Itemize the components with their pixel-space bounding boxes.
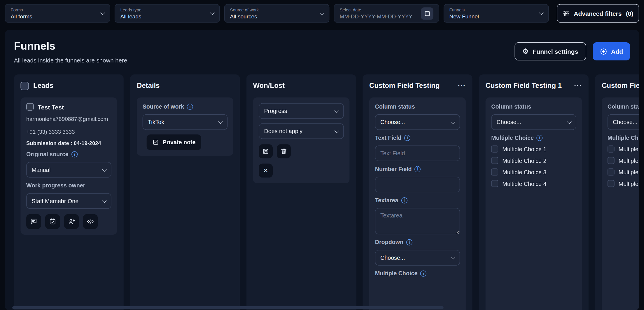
custom-fields-card: Column status Choose... Multiple Choice … [602,97,639,310]
gear-icon: ⚙ [522,48,528,55]
progress-select[interactable]: Progress [259,103,344,119]
original-source-label: Original source i [26,151,111,158]
advanced-filters-button[interactable]: Advanced filters (0) [557,4,639,22]
option-label: Multiple Choice 1 [619,146,639,152]
multiple-choice-option: Multiple Choice 3 [608,168,639,175]
comment-button[interactable] [26,214,41,229]
option-checkbox[interactable] [491,180,498,187]
number-field-input[interactable] [375,177,460,193]
lead-phone: +91 (33) 3333 3333 [26,128,111,136]
column-status-label: Column status [608,103,639,110]
option-checkbox[interactable] [491,146,498,153]
info-icon: i [420,270,426,276]
lead-name: Test Test [38,103,64,110]
assign-user-button[interactable] [64,214,79,229]
work-owner-select[interactable]: Staff Memebr One [26,193,111,209]
column-status-select[interactable]: Choose... [491,114,576,130]
date-range-filter[interactable]: Select date MM-DD-YYYY-MM-DD-YYYY [334,4,439,22]
advanced-filters-label: Advanced filters [574,10,622,17]
text-field-input[interactable] [375,146,460,161]
result-select[interactable]: Does not apply [259,123,344,139]
trash-icon [280,148,287,155]
kanban-board: Leads Test Test harmonieha7690887@gmail.… [14,74,630,310]
user-plus-icon [68,218,75,225]
select-all-checkbox[interactable] [20,82,29,90]
column-status-value: Choose... [380,119,405,126]
option-checkbox[interactable] [491,157,498,164]
multiple-choice-option: Multiple Choice 1 [608,146,639,153]
multiple-choice-option: Multiple Choice 1 [491,146,576,153]
panel-header: Funnels All leads inside the funnels are… [14,40,630,64]
lead-checkbox[interactable] [26,103,34,110]
multiple-choice-option: Multiple Choice 4 [491,180,576,187]
textarea-input[interactable] [375,208,460,234]
option-checkbox[interactable] [608,168,615,175]
column-status-select[interactable]: Choose... [375,114,460,130]
column-won-lost-header: Won/Lost [253,81,349,91]
option-label: Multiple Choice 3 [619,169,639,175]
leads-type-filter-dropdown[interactable]: Leads type All leads [115,4,220,22]
column-custom-field-testing-2: Custom Field Testing Column status Choos… [595,74,639,310]
work-owner-label: Work progress owner [26,182,111,189]
private-note-label: Private note [163,139,196,146]
cancel-button[interactable]: ✕ [259,163,273,177]
funnel-settings-label: Funnel settings [533,48,578,55]
ellipsis-menu-icon[interactable]: ... [458,82,466,85]
dropdown-select[interactable]: Choose... [375,250,460,266]
eye-icon [87,218,94,225]
multiple-choice-label-text: Multiple Choice [375,270,418,277]
column-status-label: Column status [491,103,576,110]
source-of-work-select[interactable]: TikTok [143,114,228,130]
funnels-filter-value: New Funnel [449,13,479,20]
progress-value: Progress [264,108,287,114]
delete-button[interactable] [277,144,291,158]
won-lost-cancel-row: ✕ [259,163,344,177]
details-card: Source of work i TikTok Private note [137,97,233,156]
lead-card[interactable]: Test Test harmonieha7690887@gmail.com +9… [20,97,117,235]
column-title: Custom Field Testing 1 [485,82,562,90]
schedule-button[interactable] [45,214,60,229]
forms-filter-value: All forms [11,13,32,20]
horizontal-scrollbar[interactable] [12,306,444,309]
option-checkbox[interactable] [608,180,615,187]
info-icon: i [71,151,78,157]
add-button-label: Add [611,48,623,55]
multiple-choice-option: Multiple Choice 2 [491,157,576,164]
source-of-work-label: Source of work i [143,103,228,110]
save-button[interactable] [259,144,273,158]
option-checkbox[interactable] [491,168,498,175]
funnel-settings-button[interactable]: ⚙ Funnel settings [514,42,586,60]
multiple-choice-option: Multiple Choice 4 [608,180,639,187]
chevron-down-icon [218,119,223,124]
calendar-button[interactable] [421,7,433,20]
ellipsis-menu-icon[interactable]: ... [574,82,582,85]
funnels-filter-dropdown[interactable]: Funnels New Funnel [444,4,549,22]
app-root: Forms All forms Leads type All leads Sou… [0,0,644,310]
lead-submission-date: Submission date : 04-19-2024 [26,140,111,146]
option-checkbox[interactable] [608,157,615,164]
view-button[interactable] [83,214,98,229]
source-of-work-filter-dropdown[interactable]: Source of work All sources [224,4,329,22]
panel-header-text: Funnels All leads inside the funnels are… [14,40,129,64]
chevron-down-icon [451,255,455,260]
forms-filter-dropdown[interactable]: Forms All forms [5,4,110,22]
column-status-label: Column status [375,103,460,110]
chevron-down-icon [335,108,339,113]
column-title: Custom Field Testing [602,82,639,90]
source-filter-value: All sources [230,13,259,20]
page-subtitle: All leads inside the funnels are shown h… [14,57,129,64]
column-leads: Leads Test Test harmonieha7690887@gmail.… [14,74,124,310]
work-owner-value: Staff Memebr One [32,198,78,205]
dropdown-label-text: Dropdown [375,239,403,245]
original-source-select[interactable]: Manual [26,162,111,178]
option-checkbox[interactable] [608,146,615,153]
option-label: Multiple Choice 3 [502,169,546,175]
column-custom-field-testing-1: Custom Field Testing 1 ... Column status… [479,74,589,310]
funnels-filter-label: Funnels [449,7,479,12]
column-details: Details Source of work i TikTok [130,74,240,310]
private-note-button[interactable]: Private note [147,134,201,150]
filters-bar: Forms All forms Leads type All leads Sou… [0,0,644,27]
column-status-label-text: Column status [608,103,639,110]
column-status-select[interactable]: Choose... [608,114,639,130]
add-button[interactable]: Add [593,42,630,60]
